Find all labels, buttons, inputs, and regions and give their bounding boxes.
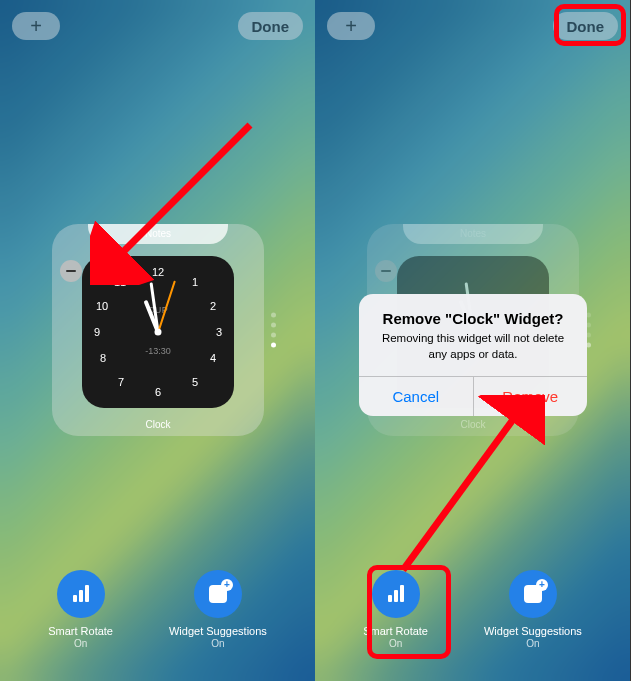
alert-message: Removing this widget will not delete any…	[375, 331, 571, 362]
remove-widget-alert: Remove "Clock" Widget? Removing this wid…	[359, 294, 587, 416]
smart-rotate-toggle[interactable]: Smart Rotate On	[48, 570, 113, 649]
clock-timezone: -13:30	[90, 346, 226, 356]
left-screenshot: + Done Notes CUP -13:30 12 1 2 3 4 5 6 7…	[0, 0, 315, 681]
clock-city: CUP	[90, 305, 226, 315]
remove-widget-button[interactable]	[375, 260, 397, 282]
smart-rotate-icon	[372, 570, 420, 618]
right-screenshot: + Done Notes Clock Remove "Clock" Widget…	[315, 0, 630, 681]
clock-label: Clock	[52, 419, 264, 430]
widget-suggestions-toggle[interactable]: Widget Suggestions On	[484, 570, 582, 649]
notes-label: Notes	[367, 228, 579, 239]
widget-suggestions-icon	[194, 570, 242, 618]
done-button[interactable]: Done	[238, 12, 304, 40]
done-button[interactable]: Done	[553, 12, 619, 40]
alert-title: Remove "Clock" Widget?	[375, 310, 571, 327]
widget-suggestions-icon	[509, 570, 557, 618]
clock-label: Clock	[367, 419, 579, 430]
smart-rotate-toggle[interactable]: Smart Rotate On	[363, 570, 428, 649]
add-widget-button[interactable]: +	[12, 12, 60, 40]
clock-face: CUP -13:30 12 1 2 3 4 5 6 7 8 9 10 11	[90, 264, 226, 400]
alert-remove-button[interactable]: Remove	[474, 377, 588, 416]
widget-stack[interactable]: Notes CUP -13:30 12 1 2 3 4 5 6 7 8 9 10…	[52, 224, 264, 436]
add-widget-button[interactable]: +	[327, 12, 375, 40]
clock-widget[interactable]: CUP -13:30 12 1 2 3 4 5 6 7 8 9 10 11	[82, 256, 234, 408]
remove-widget-button[interactable]	[60, 260, 82, 282]
alert-cancel-button[interactable]: Cancel	[359, 377, 474, 416]
stack-page-dots	[271, 313, 276, 348]
widget-suggestions-toggle[interactable]: Widget Suggestions On	[169, 570, 267, 649]
notes-label: Notes	[52, 228, 264, 239]
smart-rotate-icon	[57, 570, 105, 618]
